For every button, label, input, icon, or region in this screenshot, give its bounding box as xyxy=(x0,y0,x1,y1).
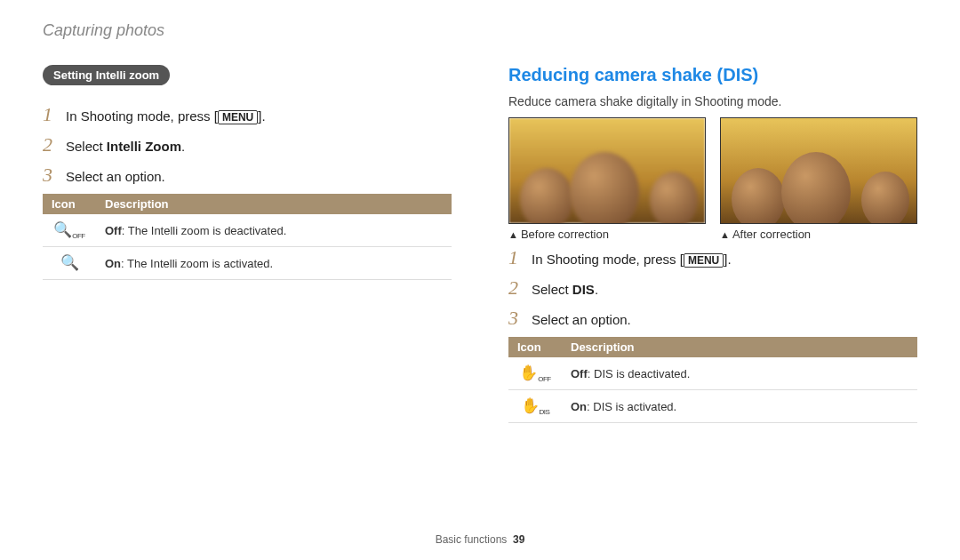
step-pre: In Shooting mode, press [ xyxy=(66,108,218,124)
page-footer: Basic functions 39 xyxy=(0,533,960,546)
step-number: 3 xyxy=(508,307,523,330)
step-1: 1 In Shooting mode, press [MENU]. xyxy=(508,246,917,269)
step-2: 2 Select Intelli Zoom. xyxy=(43,133,452,156)
step-post: ]. xyxy=(724,252,731,267)
after-correction-image xyxy=(720,117,917,224)
th-icon: Icon xyxy=(43,194,96,214)
menu-button-icon: MENU xyxy=(684,253,724,268)
step-number: 1 xyxy=(508,246,523,269)
step-text: Select an option. xyxy=(66,169,165,184)
cell-description: Off: DIS is deactivated. xyxy=(562,357,917,390)
cell-description: Off: The Intelli zoom is deactivated. xyxy=(96,214,452,247)
step-text: Select an option. xyxy=(532,312,631,327)
step-number: 2 xyxy=(43,133,57,156)
cell-description: On: DIS is activated. xyxy=(562,390,917,423)
step-post: . xyxy=(181,139,185,154)
dis-on-icon: ✋DIS xyxy=(508,390,562,423)
table-row: 🔍OFF Off: The Intelli zoom is deactivate… xyxy=(43,214,452,247)
options-table-left: Icon Description 🔍OFF Off: The Intelli z… xyxy=(43,194,452,280)
step-1: 1 In Shooting mode, press [MENU]. xyxy=(43,103,452,126)
step-number: 1 xyxy=(43,103,57,126)
table-row: ✋DIS On: DIS is activated. xyxy=(508,390,917,423)
step-post: . xyxy=(595,282,598,297)
options-table-right: Icon Description ✋OFF Off: DIS is deacti… xyxy=(508,337,917,423)
th-description: Description xyxy=(96,194,452,214)
sample-after: After correction xyxy=(720,117,917,241)
intelli-zoom-on-icon: 🔍 xyxy=(43,247,96,280)
section-intro: Reduce camera shake digitally in Shootin… xyxy=(508,94,917,108)
subheading-pill: Setting Intelli zoom xyxy=(43,65,170,85)
step-text: Select DIS. xyxy=(532,282,598,297)
left-column: Setting Intelli zoom 1 In Shooting mode,… xyxy=(43,65,452,423)
step-pre: Select xyxy=(532,282,572,297)
intelli-zoom-off-icon: 🔍OFF xyxy=(43,214,96,247)
step-number: 2 xyxy=(508,276,523,300)
th-icon: Icon xyxy=(508,337,562,357)
right-column: Reducing camera shake (DIS) Reduce camer… xyxy=(508,65,917,423)
sample-before: Before correction xyxy=(508,117,706,241)
sample-images: Before correction After correction xyxy=(508,117,917,241)
cell-description: On: The Intelli zoom is activated. xyxy=(96,247,452,280)
step-pre: In Shooting mode, press [ xyxy=(532,252,684,267)
step-number: 3 xyxy=(43,164,57,187)
step-text: Select Intelli Zoom. xyxy=(66,139,185,154)
step-text: In Shooting mode, press [MENU]. xyxy=(66,108,266,124)
footer-section: Basic functions xyxy=(436,533,508,546)
step-bold: DIS xyxy=(572,282,595,297)
caption-before: Before correction xyxy=(508,228,706,241)
step-2: 2 Select DIS. xyxy=(508,276,917,300)
step-3: 3 Select an option. xyxy=(508,307,917,330)
step-pre: Select xyxy=(66,139,107,154)
table-row: 🔍 On: The Intelli zoom is activated. xyxy=(43,247,452,280)
table-row: ✋OFF Off: DIS is deactivated. xyxy=(508,357,917,390)
dis-off-icon: ✋OFF xyxy=(508,357,562,390)
step-3: 3 Select an option. xyxy=(43,164,452,187)
content-columns: Setting Intelli zoom 1 In Shooting mode,… xyxy=(43,65,917,423)
before-correction-image xyxy=(508,117,706,224)
step-post: ]. xyxy=(258,108,265,124)
menu-button-icon: MENU xyxy=(218,110,258,124)
step-bold: Intelli Zoom xyxy=(107,139,181,154)
page-number: 39 xyxy=(513,533,524,546)
th-description: Description xyxy=(562,337,917,357)
caption-after: After correction xyxy=(720,228,917,241)
step-text: In Shooting mode, press [MENU]. xyxy=(532,252,732,268)
section-title: Reducing camera shake (DIS) xyxy=(508,65,917,85)
chapter-title: Capturing photos xyxy=(43,21,917,40)
